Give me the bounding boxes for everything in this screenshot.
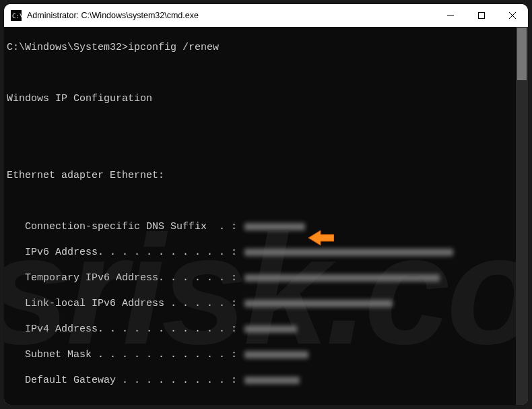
redacted-value (244, 249, 453, 256)
redacted-value (244, 274, 440, 282)
label: Connection-specific DNS Suffix . : (7, 221, 243, 232)
svg-rect-3 (479, 13, 485, 19)
redacted-value (244, 377, 300, 384)
scrollbar-thumb[interactable] (517, 28, 527, 80)
label: IPv6 Address. . . . . . . . . . . : (7, 247, 243, 258)
output-line: Windows IP Configuration (7, 92, 514, 105)
label: Default Gateway . . . . . . . . . : (7, 375, 243, 386)
prompt: C:\Windows\System32> (7, 42, 128, 53)
redacted-value (244, 223, 305, 230)
cmd-window: C:\ Administrator: C:\Windows\system32\c… (4, 4, 528, 405)
terminal-area: C:\Windows\System32>ipconfig /renew Wind… (4, 27, 528, 405)
watermark-text: srisk.com (4, 284, 516, 296)
label: Link-local IPv6 Address . . . . . : (7, 298, 243, 309)
label: Subnet Mask . . . . . . . . . . . : (7, 349, 243, 360)
output-line: Ethernet adapter Ethernet: (7, 169, 514, 182)
scrollbar[interactable] (516, 27, 528, 405)
minimize-button[interactable] (435, 4, 466, 27)
command-text: ipconfig /renew (128, 42, 219, 53)
redacted-value (244, 300, 393, 307)
terminal-output[interactable]: C:\Windows\System32>ipconfig /renew Wind… (4, 27, 516, 405)
cmd-icon: C:\ (11, 10, 22, 21)
titlebar[interactable]: C:\ Administrator: C:\Windows\system32\c… (4, 4, 528, 27)
maximize-button[interactable] (466, 4, 497, 27)
svg-marker-6 (308, 230, 334, 245)
close-button[interactable] (497, 4, 528, 27)
redacted-value (244, 325, 297, 333)
redacted-value (244, 351, 308, 358)
label: IPv4 Address. . . . . . . . . . . : (7, 323, 243, 335)
svg-text:C:\: C:\ (12, 13, 22, 20)
label: Temporary IPv6 Address. . . . . . : (7, 272, 243, 284)
window-controls (435, 4, 528, 27)
window-title: Administrator: C:\Windows\system32\cmd.e… (27, 11, 435, 20)
